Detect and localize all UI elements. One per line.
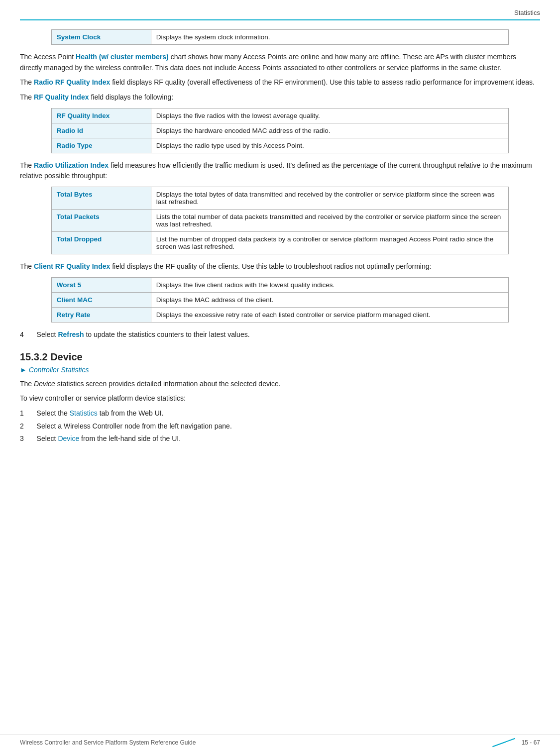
total-dropped-label: Total Dropped — [51, 232, 151, 254]
system-clock-label: System Clock — [51, 30, 151, 45]
view-intro-paragraph: To view controller or service platform d… — [20, 393, 540, 404]
worst5-value: Displays the five client radios with the… — [151, 277, 509, 292]
radio-rf-paragraph: The Radio RF Quality Index field display… — [20, 77, 540, 88]
controller-statistics-label: Controller Statistics — [29, 366, 89, 374]
footer-divider-icon — [492, 738, 515, 747]
client-rf-table: Worst 5 Displays the five client radios … — [51, 277, 509, 323]
radio-type-value: Displays the radio type used by this Acc… — [151, 138, 509, 153]
page-footer: Wireless Controller and Service Platform… — [0, 735, 560, 746]
table-row: Worst 5 Displays the five client radios … — [51, 277, 509, 292]
step2: 2 Select a Wireless Controller node from… — [20, 421, 540, 432]
client-mac-label: Client MAC — [51, 292, 151, 307]
page-header: Statistics — [20, 9, 540, 20]
health-paragraph: The Access Point Health (w/ cluster memb… — [20, 52, 540, 73]
step1: 1 Select the Statistics tab from the Web… — [20, 408, 540, 419]
total-bytes-value: Displays the total bytes of data transmi… — [151, 187, 509, 210]
statistics-link[interactable]: Statistics — [70, 409, 98, 417]
rf-quality-index-label: RF Quality Index — [51, 108, 151, 123]
radio-util-paragraph: The Radio Utilization Index field measur… — [20, 160, 540, 182]
retry-rate-value: Displays the excessive retry rate of eac… — [151, 307, 509, 322]
total-packets-label: Total Packets — [51, 210, 151, 232]
client-mac-value: Displays the MAC address of the client. — [151, 292, 509, 307]
device-italic: Device — [34, 380, 55, 388]
table-row: Client MAC Displays the MAC address of t… — [51, 292, 509, 307]
steps-list: 1 Select the Statistics tab from the Web… — [20, 408, 540, 444]
client-rf-paragraph: The Client RF Quality Index field displa… — [20, 261, 540, 272]
footer-page-number: 15 - 67 — [522, 739, 540, 746]
page-container: Statistics System Clock Displays the sys… — [0, 0, 560, 478]
radio-id-value: Displays the hardware encoded MAC addres… — [151, 123, 509, 138]
table-row: Total Bytes Displays the total bytes of … — [51, 187, 509, 210]
device-paragraph: The Device statistics screen provides de… — [20, 379, 540, 390]
device-link[interactable]: Device — [58, 434, 79, 442]
system-clock-value: Displays the system clock information. — [151, 30, 509, 45]
footer-right: 15 - 67 — [492, 739, 540, 746]
page-title: Statistics — [514, 9, 540, 16]
rf-quality-index-value: Displays the five radios with the lowest… — [151, 108, 509, 123]
step3: 3 Select Device from the left-hand side … — [20, 433, 540, 444]
controller-statistics-heading: ► Controller Statistics — [20, 366, 540, 374]
table-row: Total Dropped List the number of dropped… — [51, 232, 509, 254]
table-row: Radio Id Displays the hardware encoded M… — [51, 123, 509, 138]
table-row: System Clock Displays the system clock i… — [51, 30, 509, 45]
worst5-label: Worst 5 — [51, 277, 151, 292]
table-row: RF Quality Index Displays the five radio… — [51, 108, 509, 123]
retry-rate-label: Retry Rate — [51, 307, 151, 322]
system-clock-table: System Clock Displays the system clock i… — [51, 29, 509, 45]
radio-id-label: Radio Id — [51, 123, 151, 138]
footer-left-text: Wireless Controller and Service Platform… — [20, 739, 196, 746]
total-dropped-value: List the number of dropped data packets … — [151, 232, 509, 254]
radio-utilization-table: Total Bytes Displays the total bytes of … — [51, 187, 509, 254]
section-heading: 15.3.2 Device — [20, 351, 540, 363]
table-row: Radio Type Displays the radio type used … — [51, 138, 509, 153]
rf-quality-paragraph: The RF Quality Index field displays the … — [20, 92, 540, 103]
table-row: Total Packets Lists the total number of … — [51, 210, 509, 232]
total-bytes-label: Total Bytes — [51, 187, 151, 210]
step4-paragraph: 4 Select Refresh to update the statistic… — [20, 329, 540, 340]
table-row: Retry Rate Displays the excessive retry … — [51, 307, 509, 322]
rf-quality-table: RF Quality Index Displays the five radio… — [51, 108, 509, 153]
radio-type-label: Radio Type — [51, 138, 151, 153]
total-packets-value: Lists the total number of data packets t… — [151, 210, 509, 232]
